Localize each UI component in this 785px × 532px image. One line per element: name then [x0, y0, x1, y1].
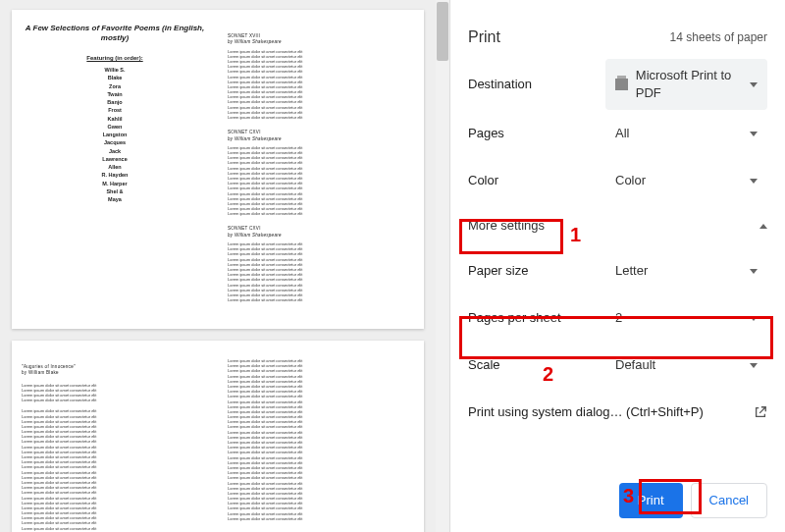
more-settings-toggle[interactable]: More settings	[450, 204, 785, 247]
print-button[interactable]: Print	[619, 483, 683, 518]
scale-label: Scale	[468, 356, 605, 374]
external-link-icon	[754, 405, 767, 419]
scrollbar-thumb[interactable]	[437, 2, 448, 61]
chevron-down-icon	[750, 269, 758, 274]
system-dialog-link[interactable]: Print using system dialog… (Ctrl+Shift+P…	[450, 389, 785, 436]
cancel-button[interactable]: Cancel	[691, 483, 767, 518]
preview-page-1: A Few Selections of Favorite Poems (in E…	[12, 10, 424, 329]
color-label: Color	[468, 172, 605, 189]
print-settings-panel: Print 14 sheets of paper Destination Mic…	[449, 0, 785, 532]
printer-icon	[615, 79, 628, 90]
doc-title: A Few Selections of Favorite Poems (in E…	[22, 24, 208, 44]
scale-dropdown[interactable]: Default	[605, 348, 767, 382]
pages-label: Pages	[468, 125, 605, 142]
page-left-half: A Few Selections of Favorite Poems (in E…	[12, 10, 218, 329]
destination-label: Destination	[468, 76, 605, 93]
chevron-up-icon	[759, 224, 767, 229]
paper-size-dropdown[interactable]: Letter	[605, 254, 767, 288]
color-dropdown[interactable]: Color	[605, 164, 767, 197]
page-right-half: Lorem ipsum dolor sit amet consectetur e…	[218, 341, 424, 532]
print-preview-area: A Few Selections of Favorite Poems (in E…	[0, 0, 436, 532]
preview-scrollbar[interactable]	[436, 0, 449, 532]
chevron-down-icon	[750, 316, 758, 321]
authors-list: Willie S.BlakeZoraTwainBanjoFrostKahlilG…	[22, 66, 208, 203]
pages-per-sheet-label: Pages per sheet	[468, 309, 605, 327]
page-right-half: SONNET XVIIIby William ShakespeareLorem …	[218, 10, 424, 329]
featuring-heading: Featuring (in order):	[22, 54, 208, 62]
chevron-down-icon	[750, 132, 758, 136]
pages-dropdown[interactable]: All	[605, 117, 767, 150]
sheet-count: 14 sheets of paper	[670, 29, 767, 46]
pages-per-sheet-dropdown[interactable]: 2	[605, 301, 767, 335]
page-left-half: "Auguries of Innocence"by William BlakeL…	[12, 341, 218, 532]
panel-title: Print	[468, 27, 500, 48]
chevron-down-icon	[750, 179, 758, 184]
chevron-down-icon	[750, 363, 758, 368]
preview-page-2: "Auguries of Innocence"by William BlakeL…	[12, 341, 424, 532]
chevron-down-icon	[750, 82, 758, 87]
paper-size-label: Paper size	[468, 262, 605, 280]
destination-dropdown[interactable]: Microsoft Print to PDF	[605, 59, 767, 110]
